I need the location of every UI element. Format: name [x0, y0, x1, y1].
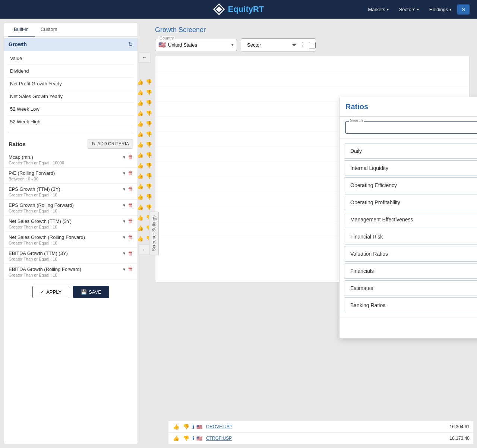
thumbup-16[interactable]: 👍: [136, 235, 144, 242]
thumbup-14[interactable]: 👍: [136, 214, 144, 221]
ratio-netsales-ttm-chevron-icon[interactable]: ▾: [123, 218, 126, 224]
thumb-row-3: 👍 👎: [136, 99, 153, 107]
info-row1-icon[interactable]: ℹ: [192, 424, 194, 430]
thumb-row-13: 👍 👎: [136, 204, 153, 211]
search-label: Search: [349, 118, 364, 123]
thumbup-11[interactable]: 👍: [136, 183, 144, 190]
nav-other[interactable]: S: [457, 4, 470, 15]
ratio-eps-rolling-delete-icon[interactable]: 🗑: [128, 202, 133, 208]
ratio-ebitda-rolling-chevron-icon[interactable]: ▾: [123, 266, 126, 272]
thumbup-6[interactable]: 👍: [136, 130, 144, 138]
thumbup-1[interactable]: 👍: [136, 78, 144, 86]
arrow-left-top[interactable]: ←: [139, 52, 151, 63]
thumbup-12[interactable]: 👍: [136, 193, 144, 201]
thumb-row-2: 👍 👎: [136, 89, 153, 96]
ratio-mcap-chevron-icon[interactable]: ▾: [123, 154, 126, 160]
ratio-netsales-ttm-delete-icon[interactable]: 🗑: [128, 218, 133, 224]
thumbup-10[interactable]: 👍: [136, 172, 144, 180]
thumbup-7[interactable]: 👍: [136, 141, 144, 148]
bottom-buttons: ✓ APPLY 💾 SAVE: [4, 280, 138, 304]
thumb-row-8: 👍 👎: [136, 151, 153, 159]
thumbup-4[interactable]: 👍: [136, 110, 144, 117]
markets-arrow-icon: ▾: [387, 7, 389, 12]
accordion-financial-risk: Financial Risk ▾: [344, 229, 477, 244]
search-input[interactable]: [350, 124, 477, 131]
ratio-ebitda-ttm-delete-icon[interactable]: 🗑: [128, 250, 133, 256]
ratio-eps-ttm-chevron-icon[interactable]: ▾: [123, 186, 126, 192]
menu-52-high[interactable]: 52 Week High: [8, 116, 134, 128]
sector-select[interactable]: Sector: [241, 39, 297, 51]
sector-checkbox[interactable]: [309, 42, 316, 48]
thumbup-2[interactable]: 👍: [136, 89, 144, 96]
nav-holdings[interactable]: Holdings ▾: [425, 4, 456, 15]
ratio-netsales-rolling-chevron-icon[interactable]: ▾: [123, 234, 126, 240]
menu-dividend[interactable]: Dividend: [8, 65, 134, 78]
modal-footer: ✕ CLOSE: [339, 318, 477, 338]
growth-refresh-icon[interactable]: ↻: [128, 41, 133, 48]
tab-custom[interactable]: Custom: [35, 23, 63, 37]
accordion-valuation-ratios-header[interactable]: Valuation Ratios ▾: [344, 246, 477, 261]
nav-markets[interactable]: Markets ▾: [363, 4, 393, 15]
value-row2: 18,173.40: [450, 436, 470, 441]
sector-options-icon[interactable]: ⋮: [297, 41, 307, 48]
menu-net-sales[interactable]: Net Sales Growth Yearly: [8, 90, 134, 103]
menu-value[interactable]: Value: [8, 52, 134, 65]
ticker-row2[interactable]: CTRGF:USP: [206, 436, 232, 441]
ratio-item-pe: P/E (Rolling Forward) ▾ 🗑 Between : 0 - …: [4, 168, 138, 184]
ratio-ebitda-rolling-delete-icon[interactable]: 🗑: [128, 266, 133, 272]
accordion-estimates-header[interactable]: Estimates ▾: [344, 281, 477, 296]
ratio-eps-rolling-chevron-icon[interactable]: ▾: [123, 202, 126, 208]
add-criteria-button[interactable]: ↻ ADD CRITERIA: [88, 139, 133, 149]
ratio-item-eps-ttm: EPS Growth (TTM) (3Y) ▾ 🗑 Greater Than o…: [4, 184, 138, 200]
thumb-row-12: 👍 👎: [136, 193, 153, 201]
ratio-pe-delete-icon[interactable]: 🗑: [128, 170, 133, 176]
accordion-management-effectiveness-header[interactable]: Management Effectiveness ▾: [344, 212, 477, 227]
ratio-pe-chevron-icon[interactable]: ▾: [123, 170, 126, 176]
accordion-daily-header[interactable]: Daily ▾: [344, 143, 477, 158]
tab-builtin[interactable]: Built-in: [8, 23, 35, 37]
country-filter: Country 🇺🇸 United States ▾: [155, 39, 237, 51]
save-button[interactable]: 💾 SAVE: [73, 286, 109, 298]
thumbup-13[interactable]: 👍: [136, 204, 144, 211]
accordion-financial-risk-header[interactable]: Financial Risk ▾: [344, 229, 477, 244]
thumbup-15[interactable]: 👍: [136, 224, 144, 232]
thumbup-9[interactable]: 👍: [136, 162, 144, 169]
ticker-row1[interactable]: OROVF:USP: [206, 424, 233, 429]
accordion-internal-liquidity-header[interactable]: Internal Liquidity ▾: [344, 161, 477, 176]
accordion-operating-profitability-header[interactable]: Operating Profitability ▾: [344, 195, 477, 210]
thumb-row-5: 👍 👎: [136, 120, 153, 127]
accordion-banking-ratios: Banking Ratios ▾: [344, 297, 477, 313]
ratio-ebitda-ttm-chevron-icon[interactable]: ▾: [123, 250, 126, 256]
thumbdown-row2[interactable]: 👎: [182, 435, 190, 442]
ratios-modal: Ratios × Search 🔍 Daily ▾: [339, 97, 477, 339]
thumbup-row1[interactable]: 👍: [172, 423, 180, 430]
ratio-mcap-delete-icon[interactable]: 🗑: [128, 154, 133, 160]
thumb-row-6: 👍 👎: [136, 130, 153, 138]
ratio-item-ebitda-ttm: EBITDA Growth (TTM) (3Y) ▾ 🗑 Greater Tha…: [4, 248, 138, 264]
growth-menu-list: Value Dividend Net Profit Growth Yearly …: [4, 52, 138, 128]
screener-settings-tab[interactable]: Screener Settings: [149, 211, 159, 255]
country-flag-icon: 🇺🇸: [158, 41, 166, 48]
ratio-netsales-rolling-delete-icon[interactable]: 🗑: [128, 234, 133, 240]
value-row1: 16,304.61: [450, 424, 470, 429]
menu-net-profit[interactable]: Net Profit Growth Yearly: [8, 78, 134, 90]
thumb-row-4: 👍 👎: [136, 110, 153, 117]
accordion-operating-efficiency-header[interactable]: Operating Efficiency ▾: [344, 178, 477, 193]
growth-title: Growth: [9, 41, 27, 47]
thumbup-row2[interactable]: 👍: [172, 435, 180, 442]
thumbup-3[interactable]: 👍: [136, 99, 144, 107]
ratio-eps-ttm-delete-icon[interactable]: 🗑: [128, 186, 133, 192]
apply-button[interactable]: ✓ APPLY: [32, 286, 69, 298]
info-row2-icon[interactable]: ℹ: [192, 435, 194, 441]
nav-sectors[interactable]: Sectors ▾: [395, 4, 423, 15]
thumbdown-row1[interactable]: 👎: [182, 423, 190, 430]
thumbup-5[interactable]: 👍: [136, 120, 144, 127]
menu-52-low[interactable]: 52 Week Low: [8, 103, 134, 116]
accordion-banking-ratios-header[interactable]: Banking Ratios ▾: [344, 298, 477, 313]
accordion-valuation-ratios: Valuation Ratios ▾: [344, 246, 477, 262]
thumbup-8[interactable]: 👍: [136, 151, 144, 159]
ratios-title: Ratios: [9, 141, 26, 147]
accordion-financials-header[interactable]: Financials ▾: [344, 264, 477, 278]
logo: EquityRT: [213, 3, 264, 15]
accordion-management-effectiveness: Management Effectiveness ▾: [344, 212, 477, 227]
